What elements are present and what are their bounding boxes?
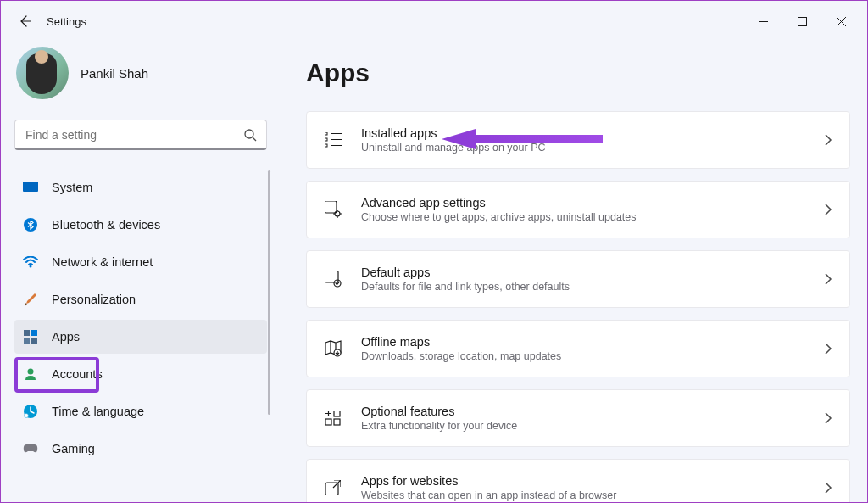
bluetooth-icon (23, 217, 38, 232)
chevron-right-icon (824, 482, 832, 494)
sidebar-item-label: Time & language (52, 405, 144, 418)
card-apps-for-websites[interactable]: Apps for websites Websites that can open… (306, 459, 850, 502)
display-icon (23, 180, 38, 195)
chevron-right-icon (824, 273, 832, 285)
svg-rect-14 (325, 138, 327, 141)
sidebar-item-label: System (52, 181, 92, 194)
card-subtitle: Choose where to get apps, archive apps, … (361, 211, 824, 223)
card-subtitle: Extra functionality for your device (361, 420, 824, 432)
card-optional-features[interactable]: Optional features Extra functionality fo… (306, 389, 850, 447)
card-subtitle: Websites that can open in an app instead… (361, 489, 824, 501)
svg-rect-16 (325, 201, 337, 213)
gaming-icon (23, 441, 38, 456)
avatar (16, 47, 69, 99)
card-title: Installed apps (361, 126, 824, 140)
card-installed-apps[interactable]: Installed apps Uninstall and manage apps… (306, 111, 850, 169)
sidebar: Pankil Shah System Bluetooth & devices N… (1, 42, 281, 502)
search-input[interactable] (14, 120, 267, 150)
svg-rect-21 (326, 419, 331, 425)
card-subtitle: Downloads, storage location, map updates (361, 350, 824, 362)
chevron-right-icon (824, 343, 832, 355)
card-title: Default apps (361, 265, 824, 279)
window-controls (743, 8, 860, 35)
card-subtitle: Defaults for file and link types, other … (361, 281, 824, 293)
card-title: Offline maps (361, 335, 824, 349)
plus-grid-icon (324, 409, 342, 428)
chevron-right-icon (824, 412, 832, 424)
svg-rect-9 (31, 338, 37, 344)
profile-block[interactable]: Pankil Shah (16, 47, 267, 99)
wifi-icon (23, 254, 38, 270)
sidebar-item-network[interactable]: Network & internet (14, 245, 267, 279)
sidebar-item-gaming[interactable]: Gaming (14, 432, 267, 466)
profile-name: Pankil Shah (81, 66, 148, 81)
close-button[interactable] (821, 8, 860, 35)
close-icon (837, 17, 846, 26)
card-title: Optional features (361, 405, 824, 418)
sidebar-item-label: Personalization (52, 293, 136, 306)
svg-point-12 (25, 414, 29, 418)
titlebar: Settings (1, 1, 867, 42)
svg-rect-15 (325, 144, 327, 147)
card-subtitle: Uninstall and manage apps on your PC (361, 142, 824, 154)
svg-rect-2 (23, 182, 38, 192)
svg-rect-0 (798, 17, 806, 25)
launch-icon (324, 478, 342, 497)
svg-point-10 (28, 369, 34, 375)
svg-rect-8 (24, 338, 30, 344)
svg-rect-23 (334, 411, 340, 416)
sidebar-item-bluetooth[interactable]: Bluetooth & devices (14, 208, 267, 242)
brush-icon (23, 292, 38, 307)
sidebar-item-label: Gaming (52, 442, 95, 455)
card-title: Advanced app settings (361, 196, 824, 210)
nav-list: System Bluetooth & devices Network & int… (14, 170, 267, 466)
apps-icon (23, 329, 38, 344)
svg-point-5 (30, 265, 32, 268)
maximize-icon (798, 17, 807, 26)
sidebar-item-label: Network & internet (52, 255, 153, 269)
svg-rect-7 (31, 330, 37, 336)
chevron-right-icon (824, 204, 832, 215)
sidebar-item-personalization[interactable]: Personalization (14, 282, 267, 316)
person-icon (23, 366, 38, 382)
svg-rect-13 (325, 132, 327, 135)
sidebar-item-label: Bluetooth & devices (52, 218, 160, 232)
minimize-icon (759, 17, 768, 26)
svg-rect-3 (27, 193, 34, 193)
time-icon (23, 404, 38, 419)
minimize-button[interactable] (743, 8, 782, 35)
sidebar-item-system[interactable]: System (14, 170, 267, 204)
sidebar-item-label: Apps (52, 330, 80, 344)
card-default-apps[interactable]: Default apps Defaults for file and link … (306, 250, 850, 308)
chevron-right-icon (824, 134, 832, 146)
search-wrap (14, 120, 267, 150)
list-icon (324, 131, 342, 149)
page-title: Apps (306, 59, 850, 87)
card-advanced-app-settings[interactable]: Advanced app settings Choose where to ge… (306, 181, 850, 238)
card-title: Apps for websites (361, 474, 824, 488)
svg-rect-22 (334, 419, 340, 425)
default-app-icon (324, 270, 342, 288)
content-pane: Apps Installed apps Uninstall and manage… (281, 42, 867, 502)
window-title: Settings (47, 15, 86, 28)
sidebar-item-apps[interactable]: Apps (14, 320, 267, 354)
svg-rect-6 (24, 330, 30, 336)
sidebar-item-time[interactable]: Time & language (14, 394, 267, 428)
arrow-left-icon (18, 14, 31, 28)
gear-app-icon (324, 200, 342, 219)
card-offline-maps[interactable]: Offline maps Downloads, storage location… (306, 320, 850, 377)
map-icon (324, 339, 342, 358)
sidebar-item-accounts[interactable]: Accounts (14, 357, 267, 391)
sidebar-item-label: Accounts (52, 367, 103, 381)
svg-point-17 (335, 211, 340, 216)
maximize-button[interactable] (782, 8, 821, 35)
back-button[interactable] (8, 4, 42, 38)
